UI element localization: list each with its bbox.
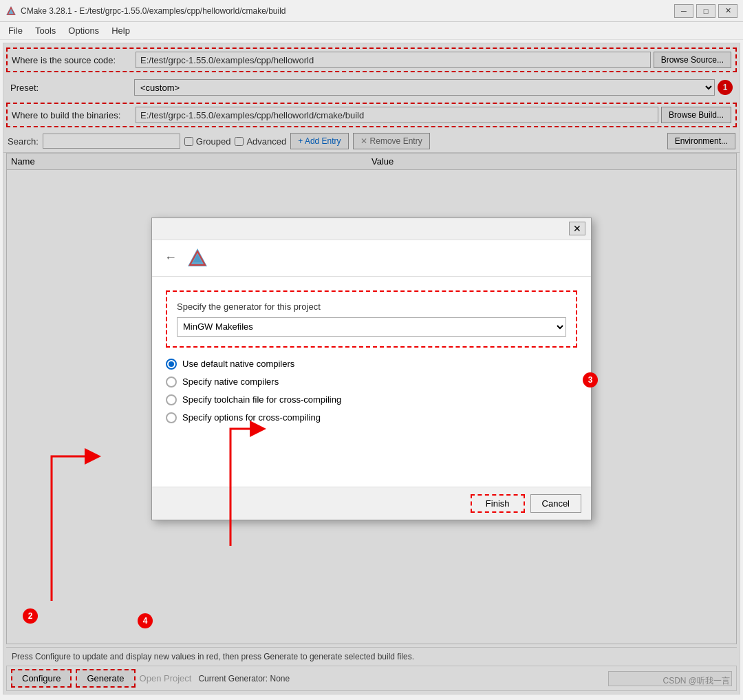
radio-cross-compiling[interactable]: Specify options for cross-compiling — [166, 412, 577, 423]
radio-default-icon — [166, 359, 177, 370]
radio-native-label: Specify native compilers — [182, 376, 279, 387]
generator-section-label: Specify the generator for this project — [177, 301, 566, 312]
menu-options[interactable]: Options — [63, 24, 105, 37]
modal-footer: Finish Cancel — [152, 487, 591, 520]
cmake-logo-icon — [186, 247, 208, 269]
title-bar: CMake 3.28.1 - E:/test/grpc-1.55.0/examp… — [0, 0, 743, 22]
finish-button[interactable]: Finish — [471, 494, 525, 513]
radio-native-icon — [166, 376, 177, 388]
menu-bar: File Tools Options Help — [0, 22, 743, 40]
window-controls: ─ □ ✕ — [674, 4, 737, 18]
annotation-badge-2: 2 — [23, 608, 38, 624]
menu-help[interactable]: Help — [106, 24, 136, 37]
modal-header: ← — [152, 240, 591, 277]
minimize-button[interactable]: ─ — [674, 4, 693, 18]
generator-section: Specify the generator for this project M… — [166, 290, 577, 348]
radio-cross-label: Specify options for cross-compiling — [182, 412, 321, 423]
cancel-button[interactable]: Cancel — [530, 494, 581, 513]
title-text: CMake 3.28.1 - E:/test/grpc-1.55.0/examp… — [21, 6, 674, 16]
modal-overlay: ✕ ← Specify the generator for this proje… — [3, 43, 740, 694]
generator-dialog: ✕ ← Specify the generator for this proje… — [151, 218, 592, 520]
radio-default-label: Use default native compilers — [182, 359, 294, 369]
maximize-button[interactable]: □ — [696, 4, 715, 18]
radio-default-compilers[interactable]: Use default native compilers — [166, 359, 577, 370]
radio-toolchain[interactable]: Specify toolchain file for cross-compili… — [166, 394, 577, 405]
compiler-radio-group: 3 Use default native compilers Specify n… — [166, 359, 577, 423]
cmake-title-icon — [6, 6, 17, 17]
modal-titlebar: ✕ — [152, 218, 591, 240]
close-button[interactable]: ✕ — [718, 4, 737, 18]
radio-toolchain-icon — [166, 394, 177, 405]
modal-close-button[interactable]: ✕ — [569, 222, 585, 235]
menu-tools[interactable]: Tools — [30, 24, 61, 37]
generator-select[interactable]: MinGW Makefiles Unix Makefiles Visual St… — [177, 317, 566, 337]
modal-back-button[interactable]: ← — [162, 251, 180, 265]
main-content: Where is the source code: Browse Source.… — [3, 43, 740, 694]
radio-native-compilers[interactable]: Specify native compilers — [166, 376, 577, 388]
annotation-badge-3: 3 — [583, 372, 598, 388]
annotation-badge-4: 4 — [138, 613, 153, 628]
modal-body: Specify the generator for this project M… — [152, 277, 591, 487]
menu-file[interactable]: File — [3, 24, 28, 37]
radio-cross-icon — [166, 412, 177, 423]
radio-toolchain-label: Specify toolchain file for cross-compili… — [182, 394, 341, 405]
